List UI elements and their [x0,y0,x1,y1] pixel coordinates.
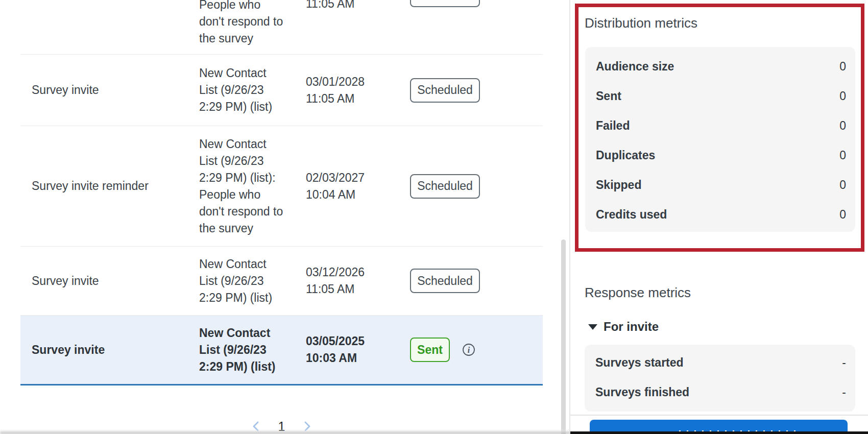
bottom-edge-artifact [570,431,868,434]
date-cell: 11:05 AM [306,0,354,12]
for-invite-label: For invite [604,320,659,334]
panel-divider [569,0,570,434]
distribution-type-cell: Survey invite [20,273,199,290]
date-cell: 02/03/2027 10:04 AM [306,170,410,203]
table-row[interactable]: People who don't respond to the survey 1… [20,0,543,55]
status-badge: Scheduled [410,174,480,199]
metric-value: - [842,385,846,399]
metric-value: - [842,356,846,370]
metric-label: Failed [596,119,630,133]
scrollbar[interactable] [561,239,566,434]
status-badge: Scheduled [410,78,480,103]
bottom-edge-artifact [0,430,570,434]
for-invite-toggle[interactable]: For invite [588,320,659,334]
status-badge: Sent [410,337,450,362]
metric-label: Duplicates [596,149,655,162]
metric-label: Surveys started [595,356,684,370]
svg-text:i: i [468,346,470,354]
distribution-type-cell: Survey invite [20,342,199,358]
table-row[interactable]: Survey invite New Contact List (9/26/23 … [20,247,543,316]
distribution-metrics-title: Distribution metrics [585,15,697,31]
metric-row: Failed 0 [585,111,855,140]
metric-value: 0 [839,119,846,133]
response-metrics-title: Response metrics [585,285,691,300]
date-cell: 03/01/2028 11:05 AM [306,74,410,107]
metric-row: Skipped 0 [585,170,855,200]
status-badge [410,0,480,7]
audience-cell: New Contact List (9/26/23 2:29 PM) (list… [199,256,306,306]
metric-value: 0 [839,208,846,222]
date-cell: 03/05/2025 10:03 AM [306,333,410,367]
metric-label: Audience size [596,60,674,74]
audience-cell: People who don't respond to the survey [199,0,283,47]
metric-row: Surveys started - [585,348,855,377]
metric-label: Sent [596,89,621,103]
metric-label: Credits used [596,208,667,222]
metric-value: 0 [839,89,846,103]
caret-down-icon [588,324,597,330]
audience-cell: New Contact List (9/26/23 2:29 PM) (list… [199,136,306,237]
metric-label: Surveys finished [595,385,689,399]
date-cell: 03/12/2026 11:05 AM [306,264,410,298]
distribution-type-cell: Survey invite reminder [20,178,199,195]
distribution-type-cell: Survey invite [20,82,199,99]
metric-row: Duplicates 0 [585,140,855,170]
metric-value: 0 [839,60,846,74]
metric-row: Audience size 0 [585,52,855,81]
metric-row: Surveys finished - [585,377,855,407]
metric-value: 0 [839,149,846,162]
table-row-selected[interactable]: Survey invite New Contact List (9/26/23 … [20,316,543,385]
distributions-page: { "colors": { "annotation_red": "#b8222f… [0,0,868,434]
info-icon[interactable]: i [462,343,475,356]
status-badge: Scheduled [410,269,480,293]
table-row[interactable]: Survey invite reminder New Contact List … [20,126,543,247]
audience-cell: New Contact List (9/26/23 2:29 PM) (list… [199,65,306,115]
metric-label: Skipped [596,178,641,192]
metric-row: Sent 0 [585,81,855,111]
metric-row: Credits used 0 [585,200,855,229]
metric-value: 0 [839,178,846,192]
audience-cell: New Contact List (9/26/23 2:29 PM) (list… [199,325,306,375]
table-row[interactable]: Survey invite New Contact List (9/26/23 … [20,55,543,126]
distributions-table: People who don't respond to the survey 1… [20,0,543,385]
response-metrics-box: Surveys started - Surveys finished - [585,345,855,412]
distribution-metrics-box: Audience size 0 Sent 0 Failed 0 Duplicat… [585,47,855,232]
